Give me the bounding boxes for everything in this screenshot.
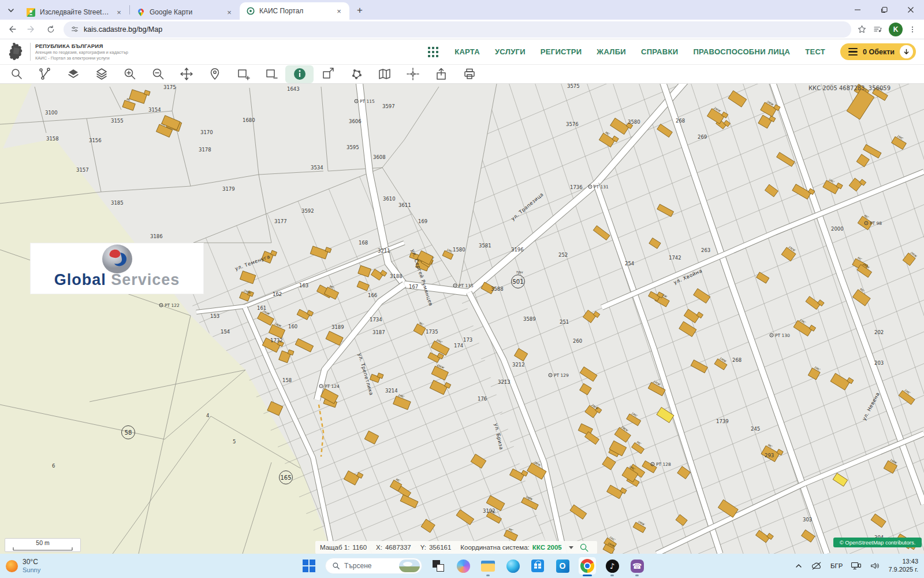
file-explorer-button[interactable] [479,557,497,575]
parcel-label: 174 [454,343,463,349]
route-select-icon [38,67,52,81]
tab-search-button[interactable] [5,4,17,17]
taskbar-clock[interactable]: 13:43 7.9.2025 г. [888,558,918,574]
map-canvas[interactable]: МСМС2МЖ2МЖ1МС1МЖМС1МС1МС2МЖМС2МЖМС1МЖМС1… [0,84,924,554]
agency-logo[interactable]: РЕПУБЛИКА БЪЛГАРИЯ Агенция по геодезия, … [8,42,128,62]
info-tool[interactable] [285,65,314,83]
search-highlight-thumbnail[interactable] [399,560,420,572]
reload-button[interactable] [43,21,59,38]
org-title: РЕПУБЛИКА БЪЛГАРИЯ [35,43,128,49]
parcel-label: 202 [874,329,884,335]
tab-close-icon[interactable]: × [114,8,124,17]
zoom-in-tool[interactable] [116,65,144,83]
language-indicator[interactable]: БГР [830,562,843,569]
map-tool[interactable] [370,65,398,83]
nav-item-2[interactable]: РЕГИСТРИ [541,47,582,56]
coordinate-search-icon[interactable] [579,543,589,553]
crs-value[interactable]: ККС 2005 [532,544,562,551]
chrome-button[interactable] [579,557,596,575]
apps-grid-icon[interactable] [428,47,438,57]
layers-tool[interactable] [87,65,116,83]
menu-dots-icon[interactable] [908,25,916,34]
address-bar[interactable]: kais.cadastre.bg/bg/Map [64,21,851,38]
viber-button[interactable]: ☎ [628,557,646,575]
print-icon [463,67,476,81]
bookmark-star-icon[interactable] [857,24,867,34]
crs-dropdown-caret[interactable] [569,546,573,549]
nav-item-3[interactable]: ЖАЛБИ [597,47,626,56]
parcel-label: 260 [573,338,582,344]
info-icon [293,67,307,81]
task-view-button[interactable] [430,557,447,575]
download-arrow-icon[interactable] [900,45,913,58]
tab-close-icon[interactable]: × [225,8,234,17]
nav-item-5[interactable]: ПРАВОСПОСОБНИ ЛИЦА [693,47,790,56]
osm-attribution[interactable]: © OpenStreetMap contributors. [833,538,922,547]
tab-close-icon[interactable]: × [334,6,344,16]
window-controls [844,0,924,20]
zoom-out-tool[interactable] [144,65,172,83]
tiktok-button[interactable]: ♪ [603,557,621,575]
global-services-logo-icon [92,243,142,275]
pan-tool[interactable] [172,65,200,83]
taskbar-search[interactable]: Търсене [325,558,422,574]
parcel-label: 269 [698,134,707,140]
street-view-favicon [27,8,35,17]
media-controls-icon[interactable] [873,25,883,34]
layers-diamond-tool[interactable] [59,65,87,83]
onedrive-paused-icon[interactable] [811,561,822,570]
back-button[interactable] [3,21,20,38]
pan-icon [180,67,193,81]
nav-item-6[interactable]: ТЕСТ [805,47,825,56]
outlook-button[interactable]: O [554,557,571,575]
layers-diamond-icon [66,67,80,81]
parcel-label: 1580 [453,247,465,253]
nav-item-0[interactable]: КАРТА [454,47,480,56]
parcel-label: 3157 [76,167,89,173]
tab-kais-portal[interactable]: КАИС Портал × [240,2,349,20]
parcel-label: 3170 [200,129,213,135]
rect-zoom-out-tool[interactable] [257,65,285,83]
close-button[interactable] [897,0,924,20]
scale-value: 1160 [352,544,367,551]
parcel-label: 161 [257,305,266,311]
measure-area-tool[interactable] [314,65,342,83]
cursor-coordinates-readout: ККС 2005 4687283, 356059 [808,85,891,91]
new-tab-button[interactable]: + [353,3,367,17]
rect-zoom-in-tool[interactable] [229,65,257,83]
svg-text:РТ 135: РТ 135 [459,283,474,288]
network-icon[interactable] [851,561,862,570]
crs-label: Координатна система: [460,544,529,551]
print-tool[interactable] [455,65,483,83]
polygon-select-tool[interactable] [342,65,370,83]
route-select-tool[interactable] [31,65,59,83]
search-tool-tool[interactable] [2,65,31,83]
parcel-label: 251 [560,319,569,325]
microsoft-store-icon [531,560,544,572]
minimize-button[interactable] [844,0,871,20]
objects-button[interactable]: 0 Обекти [840,43,916,60]
forward-button[interactable] [23,21,39,38]
tab-streetview[interactable]: Изследвайте Street View и доб × [20,5,129,20]
store-button[interactable] [529,557,546,575]
copilot-button[interactable] [454,557,472,575]
start-button[interactable] [300,557,318,575]
maximize-button[interactable] [871,0,897,20]
windows-taskbar: 30°C Sunny Търсене O ♪ ☎ БГР [0,554,924,578]
edge-button[interactable] [504,557,521,575]
x-label: X: [376,544,382,551]
parcel-label: 3610 [383,196,396,202]
weather-widget[interactable]: 30°C Sunny [6,558,92,573]
tab-google-maps[interactable]: Google Карти × [130,5,240,20]
tray-chevron-icon[interactable] [795,562,803,570]
volume-icon[interactable] [870,561,880,570]
parcel-label: 169 [418,218,427,224]
nav-item-1[interactable]: УСЛУГИ [495,47,526,56]
export-tool[interactable] [427,65,455,83]
site-settings-icon[interactable] [70,25,79,34]
intersection-tool[interactable] [398,65,427,83]
nav-item-4[interactable]: СПРАВКИ [641,47,678,56]
location-pin-tool[interactable] [200,65,229,83]
search-tool-icon [10,67,24,81]
profile-avatar[interactable]: K [889,23,903,36]
